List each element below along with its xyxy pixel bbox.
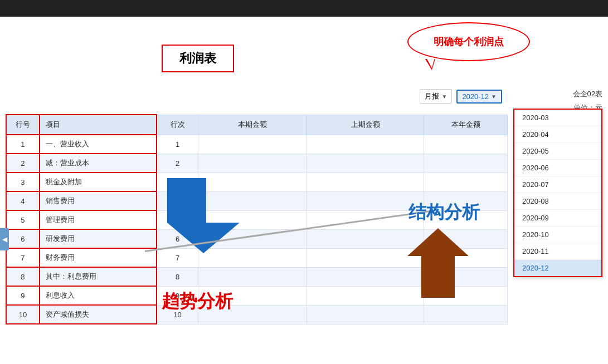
period-value-chevron: ▼ [491,94,497,100]
dropdown-item-2020-10[interactable]: 2020-10 [514,227,601,243]
dropdown-item-2020-12[interactable]: 2020-12 [514,260,601,276]
col-header-ytd: 本年金额 [424,115,508,135]
period-type-label: 月报 [425,91,439,101]
period-type-chevron: ▼ [441,94,447,100]
toolbar: 月报 ▼ 2020-12 ▼ [420,89,502,104]
cell-name: 销售费用 [40,191,157,210]
cell-prev [307,135,424,154]
period-value-select[interactable]: 2020-12 ▼ [456,90,502,104]
cell-name: 减：营业成本 [40,154,157,173]
main-area: 明确每个利润点 利润表 会企02表 单位：元 月报 ▼ 2020-12 ▼ 20… [0,17,608,364]
cell-name: 税金及附加 [40,173,157,191]
cell-current [198,173,307,191]
col-header-prev: 上期金额 [307,115,424,135]
cell-prev [307,248,424,267]
cell-name: 资产减值损失 [40,305,157,324]
cell-current [198,267,307,286]
col-header-id: 行号 [6,115,40,135]
cell-ytd [424,173,508,191]
top-bar [0,0,608,17]
cell-id: 8 [6,267,40,286]
cell-name: 其中：利息费用 [40,267,157,286]
cell-current [198,135,307,154]
cell-ytd [424,135,508,154]
cell-id: 7 [6,248,40,267]
cell-name: 财务费用 [40,248,157,267]
dropdown-item-2020-03[interactable]: 2020-03 [514,110,601,126]
cell-id: 4 [6,191,40,210]
table-row: 2减：营业成本2 [6,154,508,173]
table-row: 3税金及附加3 [6,173,508,191]
cell-id: 10 [6,305,40,324]
cell-prev [307,267,424,286]
dropdown-item-2020-11[interactable]: 2020-11 [514,243,601,260]
cell-id: 6 [6,229,40,248]
period-dropdown: 2020-03 2020-04 2020-05 2020-06 2020-07 … [513,109,602,277]
bubble-text: 明确每个利润点 [434,35,504,48]
dropdown-item-2020-09[interactable]: 2020-09 [514,210,601,227]
cell-id: 5 [6,210,40,229]
period-type-select[interactable]: 月报 ▼ [420,89,452,104]
cell-prev [307,154,424,173]
qushi-label: 趋势分析 [162,289,233,314]
cell-prev [307,229,424,248]
cell-id: 9 [6,286,40,305]
cell-id: 1 [6,135,40,154]
col-header-current: 本期金额 [198,115,307,135]
company-label: 会企02表 [573,89,602,99]
brown-up-arrow [407,228,469,298]
cell-name: 研发费用 [40,229,157,248]
col-header-seq: 行次 [157,115,198,135]
col-header-name: 项目 [40,115,157,135]
cell-ytd [424,305,508,324]
dropdown-item-2020-07[interactable]: 2020-07 [514,176,601,193]
cell-seq: 8 [157,267,198,286]
dropdown-item-2020-08[interactable]: 2020-08 [514,193,601,210]
table-row: 10资产减值损失10 [6,305,508,324]
dropdown-item-2020-04[interactable]: 2020-04 [514,126,601,143]
cell-prev [307,173,424,191]
cell-seq: 1 [157,135,198,154]
dropdown-item-2020-06[interactable]: 2020-06 [514,160,601,176]
page-title: 利润表 [162,45,234,72]
cell-current [198,191,307,210]
cell-name: 一、营业收入 [40,135,157,154]
speech-bubble: 明确每个利润点 [407,22,530,61]
period-value-label: 2020-12 [462,92,489,101]
cell-name: 利息收入 [40,286,157,305]
cell-ytd [424,154,508,173]
table-row: 1一、营业收入1 [6,135,508,154]
side-btn-icon: ◀ [2,235,7,243]
cell-id: 2 [6,154,40,173]
cell-prev [307,305,424,324]
dropdown-item-2020-05[interactable]: 2020-05 [514,143,601,160]
cell-current [198,154,307,173]
cell-seq: 2 [157,154,198,173]
cell-prev [307,286,424,305]
cell-name: 管理费用 [40,210,157,229]
side-collapse-button[interactable]: ◀ [0,228,9,250]
cell-prev [307,191,424,210]
cell-id: 3 [6,173,40,191]
jiegou-label: 结构分析 [408,200,480,225]
